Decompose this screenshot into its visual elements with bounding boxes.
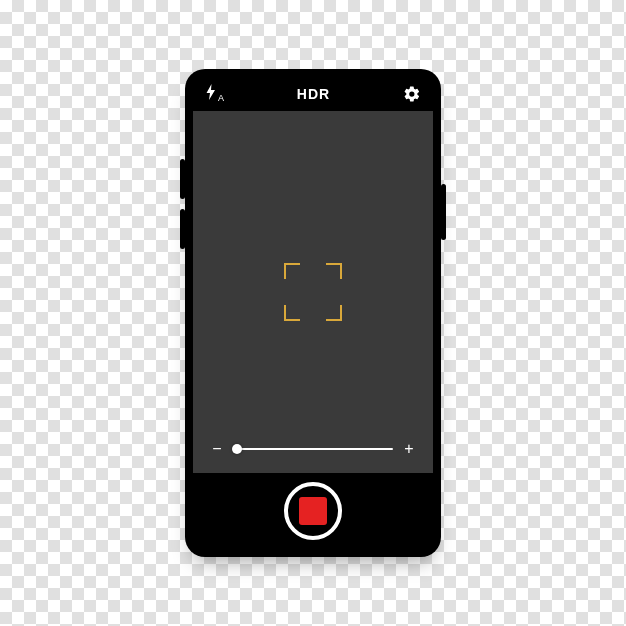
volume-down-button[interactable] xyxy=(180,209,185,249)
focus-corner-bl xyxy=(284,305,300,321)
camera-viewfinder[interactable]: − + xyxy=(193,111,433,473)
flash-icon xyxy=(205,84,217,104)
camera-top-bar: A HDR xyxy=(193,77,433,111)
focus-frame xyxy=(284,263,342,321)
camera-bottom-bar xyxy=(193,473,433,549)
stop-icon xyxy=(299,497,327,525)
volume-up-button[interactable] xyxy=(180,159,185,199)
phone-frame: A HDR − + xyxy=(185,69,441,557)
gear-icon xyxy=(403,85,421,103)
zoom-thumb[interactable] xyxy=(232,444,242,454)
zoom-in-label: + xyxy=(403,441,415,457)
focus-corner-br xyxy=(326,305,342,321)
svg-marker-0 xyxy=(207,84,216,100)
zoom-slider[interactable]: − + xyxy=(211,441,415,457)
hdr-toggle[interactable]: HDR xyxy=(224,86,403,102)
settings-button[interactable] xyxy=(403,85,421,103)
focus-corner-tr xyxy=(326,263,342,279)
flash-mode-button[interactable]: A xyxy=(205,84,224,104)
record-button[interactable] xyxy=(284,482,342,540)
zoom-track[interactable] xyxy=(233,448,393,450)
camera-app-screen: A HDR − + xyxy=(193,77,433,549)
power-button[interactable] xyxy=(441,184,446,240)
focus-corner-tl xyxy=(284,263,300,279)
zoom-out-label: − xyxy=(211,441,223,457)
